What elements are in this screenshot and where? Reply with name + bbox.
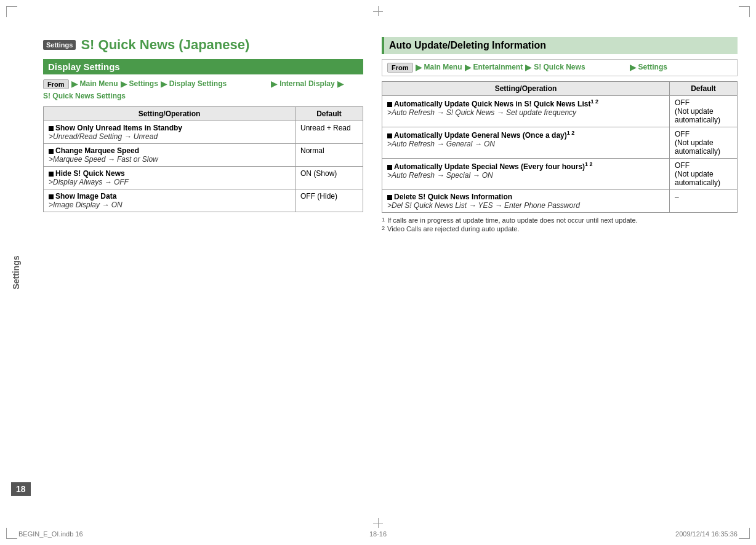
left-table-row: Show Only Unread Items in Standby>Unread…: [44, 121, 363, 144]
black-square: [387, 165, 392, 170]
left-section-title: Settings S! Quick News (Japanese): [43, 37, 363, 53]
left-settings-table: Setting/Operation Default Show Only Unre…: [43, 106, 363, 212]
right-breadcrumb-main-menu: Main Menu: [424, 63, 462, 71]
right-breadcrumb-settings: Settings: [638, 63, 667, 71]
footnote-text: Video Calls are rejected during auto upd…: [387, 225, 519, 233]
footer-center: 18-16: [369, 530, 387, 538]
row-title: Show Only Unread Items in Standby: [55, 124, 182, 132]
black-square: [387, 133, 392, 138]
row-title: Automatically Update Special News (Every…: [394, 162, 593, 171]
breadcrumb-main-menu: Main Menu: [80, 79, 118, 88]
default-value: OFF (Not update automatically): [670, 159, 738, 190]
footnote-num: 1: [382, 217, 385, 224]
right-col1-header: Setting/Operation: [382, 82, 670, 96]
right-breadcrumb: From ▶ Main Menu ▶ Entertainment ▶ S! Qu…: [382, 59, 738, 76]
default-value: OFF (Not update automatically): [670, 127, 738, 159]
left-col1-header: Setting/Operation: [44, 107, 296, 121]
footnote-line: 2Video Calls are rejected during auto up…: [382, 225, 738, 233]
crosshair-bottom: [373, 518, 383, 528]
crosshair-top: [373, 6, 383, 16]
default-value: ON (Show): [296, 167, 363, 189]
footnotes: 1If calls are in progress at update time…: [382, 217, 738, 233]
right-settings-table: Setting/Operation Default Automatically …: [382, 81, 738, 213]
row-sub: >Auto Refresh → Special → ON: [387, 171, 493, 180]
row-sub: >Del S! Quick News List → YES → Enter Ph…: [387, 201, 580, 210]
row-sub: >Unread/Read Setting → Unread: [49, 132, 158, 141]
right-column: Auto Update/Deleting Information From ▶ …: [382, 37, 738, 234]
from-badge-right: From: [387, 63, 413, 73]
row-title: Show Image Data: [55, 192, 116, 201]
row-title: Automatically Update General News (Once …: [394, 131, 574, 140]
row-sub: >Auto Refresh → General → ON: [387, 140, 495, 148]
default-value: Unread + Read: [296, 121, 363, 144]
right-table-row: Automatically Update General News (Once …: [382, 127, 738, 159]
page-container: Settings 18 Settings S! Quick News (Japa…: [0, 0, 756, 545]
from-badge-left: From: [43, 79, 69, 89]
left-subsection-bar: Display Settings: [43, 59, 363, 74]
right-table-row: Delete S! Quick News Information>Del S! …: [382, 190, 738, 213]
right-table-row: Automatically Update Special News (Every…: [382, 159, 738, 190]
black-square: [49, 194, 54, 199]
left-table-row: Hide S! Quick News>Display Always → OFFO…: [44, 167, 363, 189]
left-table-row: Change Marquee Speed>Marquee Speed → Fas…: [44, 144, 363, 167]
left-table-row: Show Image Data>Image Display → ONOFF (H…: [44, 189, 363, 212]
default-value: –: [670, 190, 738, 213]
row-title: Change Marquee Speed: [55, 146, 139, 155]
right-col2-header: Default: [670, 82, 738, 96]
right-breadcrumb-quick-news: S! Quick News: [534, 63, 585, 71]
footnote-num: 2: [382, 225, 385, 233]
breadcrumb-internal-display: Internal Display: [279, 79, 334, 88]
black-square: [49, 149, 54, 154]
black-square: [49, 126, 54, 131]
right-section-heading: Auto Update/Deleting Information: [382, 37, 738, 54]
left-column: Settings S! Quick News (Japanese) Displa…: [43, 37, 363, 234]
default-value: OFF (Not update automatically): [670, 96, 738, 127]
footnote-text: If calls are in progress at update time,…: [387, 217, 638, 224]
footer-right: 2009/12/14 16:35:36: [675, 530, 738, 538]
default-value: OFF (Hide): [296, 189, 363, 212]
row-title: Automatically Update Quick News in S! Qu…: [394, 100, 598, 108]
page-num-badge: 18: [11, 482, 31, 496]
row-sub: >Image Display → ON: [49, 201, 123, 209]
row-sub: >Auto Refresh → S! Quick News → Set upda…: [387, 108, 576, 117]
sidebar-label: Settings: [11, 255, 21, 289]
footnote-line: 1If calls are in progress at update time…: [382, 217, 738, 224]
right-breadcrumb-entertainment: Entertainment: [473, 63, 523, 71]
corner-mark-bl: [6, 528, 17, 539]
settings-badge: Settings: [43, 40, 76, 50]
left-section-heading: S! Quick News (Japanese): [81, 37, 249, 53]
breadcrumb-settings: Settings: [129, 79, 158, 88]
row-title: Hide S! Quick News: [55, 169, 125, 178]
breadcrumb-display-settings: Display Settings: [169, 79, 227, 88]
corner-mark-tl: [6, 6, 17, 17]
row-sub: >Display Always → OFF: [49, 178, 129, 186]
corner-mark-tr: [739, 6, 750, 17]
default-value: Normal: [296, 144, 363, 167]
left-breadcrumb: From ▶ Main Menu ▶ Settings ▶ Display Se…: [43, 79, 363, 100]
row-title: Delete S! Quick News Information: [394, 193, 512, 201]
breadcrumb-s1-settings: S! Quick News Settings: [43, 92, 126, 100]
footer-left: BEGIN_E_OI.indb 16: [18, 530, 83, 538]
black-square: [387, 195, 392, 200]
left-col2-header: Default: [296, 107, 363, 121]
black-square: [387, 102, 392, 107]
black-square: [49, 172, 54, 177]
row-sub: >Marquee Speed → Fast or Slow: [49, 155, 158, 164]
right-table-row: Automatically Update Quick News in S! Qu…: [382, 96, 738, 127]
corner-mark-br: [739, 528, 750, 539]
